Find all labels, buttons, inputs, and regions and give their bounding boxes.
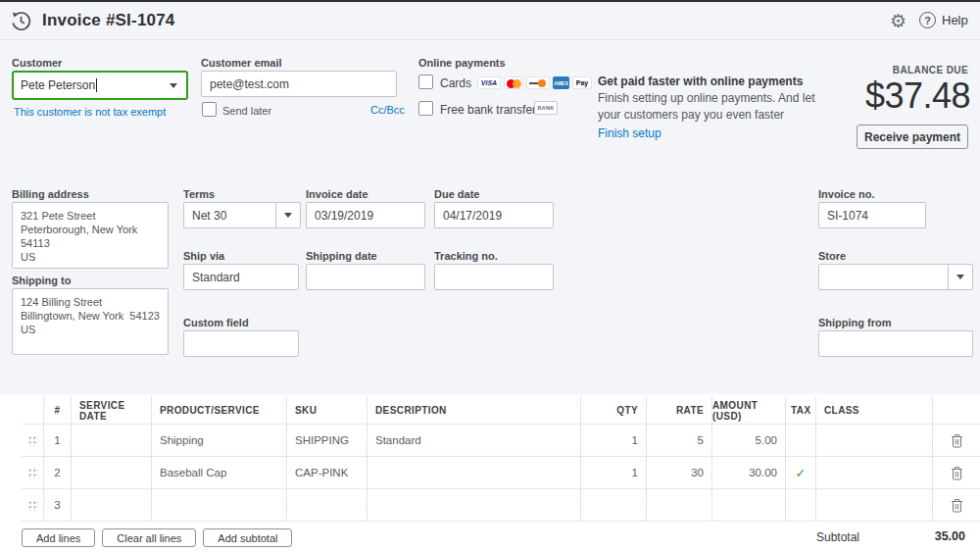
balance-due-label: BALANCE DUE — [893, 65, 968, 75]
tax-cell[interactable] — [786, 489, 816, 521]
rate-cell[interactable]: 30 — [647, 457, 712, 488]
amount-cell[interactable]: 5.00 — [712, 425, 786, 456]
drag-handle[interactable] — [22, 457, 44, 488]
col-tax: TAX — [786, 397, 816, 424]
subtotal-label: Subtotal — [816, 530, 859, 544]
qty-cell[interactable] — [581, 489, 647, 521]
shipping-date-label: Shipping date — [306, 250, 377, 262]
customer-email-label: Customer email — [201, 57, 282, 69]
online-payments-label: Online payments — [418, 57, 506, 69]
add-lines-button[interactable]: Add lines — [22, 528, 95, 547]
terms-value: Net 30 — [184, 209, 275, 223]
help-button[interactable]: ? Help — [919, 12, 968, 28]
amount-cell[interactable]: 30.00 — [712, 457, 786, 488]
clear-all-lines-button[interactable]: Clear all lines — [102, 528, 196, 547]
tax-exempt-link[interactable]: This customer is not tax exempt — [14, 106, 166, 118]
receive-payment-button[interactable]: Receive payment — [857, 125, 968, 149]
row-number: 3 — [44, 489, 72, 521]
balance-due-amount: $37.48 — [865, 75, 970, 117]
rate-cell[interactable] — [647, 489, 712, 521]
description-cell[interactable] — [368, 489, 581, 521]
invoice-page: Invoice #SI-1074 ⚙ ? Help Customer Pete … — [0, 0, 980, 552]
col-class: CLASS — [816, 397, 933, 424]
finish-setup-link[interactable]: Finish setup — [598, 126, 662, 140]
service-date-cell[interactable] — [72, 489, 152, 521]
product-cell[interactable]: Baseball Cap — [152, 457, 287, 488]
tax-cell[interactable] — [786, 425, 816, 456]
qty-cell[interactable]: 1 — [581, 425, 647, 456]
terms-select[interactable]: Net 30 — [183, 202, 301, 228]
chevron-down-icon[interactable] — [948, 265, 972, 289]
billing-address-label: Billing address — [12, 188, 89, 200]
col-description: DESCRIPTION — [368, 397, 581, 424]
customer-value: Pete Peterson — [21, 78, 95, 92]
description-cell[interactable] — [368, 457, 581, 488]
delete-row-button[interactable] — [933, 425, 980, 456]
product-cell[interactable] — [152, 489, 287, 521]
customer-select[interactable]: Pete Peterson — [12, 71, 188, 100]
class-cell[interactable] — [816, 457, 933, 488]
shipping-date-input[interactable] — [306, 264, 425, 290]
due-date-label: Due date — [434, 188, 479, 200]
ship-via-label: Ship via — [183, 250, 224, 262]
due-date-input[interactable] — [434, 202, 554, 228]
promo-line2: your customers pay you even faster — [598, 108, 784, 122]
drag-handle[interactable] — [22, 425, 44, 456]
promo-line1: Finish setting up online payments. And l… — [598, 91, 814, 105]
line-items-table: # SERVICE DATE PRODUCT/SERVICE SKU DESCR… — [22, 397, 980, 522]
class-cell[interactable] — [816, 489, 933, 521]
ship-via-input[interactable] — [183, 264, 299, 290]
drag-handle[interactable] — [22, 489, 44, 521]
qty-cell[interactable]: 1 — [581, 457, 647, 488]
history-icon[interactable] — [10, 10, 32, 36]
applepay-icon: Pay — [572, 76, 592, 89]
store-select[interactable] — [818, 264, 973, 290]
col-rate: RATE — [647, 397, 712, 424]
product-cell[interactable]: Shipping — [152, 425, 287, 456]
sku-cell[interactable]: CAP-PINK — [287, 457, 368, 488]
shipping-from-input[interactable] — [818, 330, 973, 357]
billing-address-field[interactable]: 321 Pete Street Peterborough, New York 5… — [12, 202, 169, 269]
table-header-row: # SERVICE DATE PRODUCT/SERVICE SKU DESCR… — [22, 397, 980, 425]
text-cursor — [96, 78, 97, 92]
trash-icon — [951, 498, 963, 513]
delete-row-button[interactable] — [933, 457, 980, 488]
sku-cell[interactable]: SHIPPING — [287, 425, 368, 456]
shipping-to-field[interactable]: 124 Billing Street Billingtown, New York… — [12, 288, 169, 355]
amount-cell[interactable] — [712, 489, 786, 521]
gear-icon[interactable]: ⚙ — [890, 10, 906, 32]
ccbcc-link[interactable]: Cc/Bcc — [370, 104, 405, 116]
header-bar: Invoice #SI-1074 ⚙ ? Help — [0, 2, 980, 40]
class-cell[interactable] — [816, 425, 933, 456]
amex-icon: AMEX — [553, 76, 569, 89]
cards-checkbox[interactable] — [418, 75, 433, 89]
visa-icon: VISA — [477, 76, 501, 89]
chevron-down-icon[interactable] — [275, 203, 300, 227]
customer-email-input[interactable] — [201, 71, 397, 97]
promo-title: Get paid faster with online payments — [598, 75, 803, 88]
send-later-checkbox[interactable] — [202, 102, 217, 117]
delete-row-button[interactable] — [933, 489, 980, 521]
invoice-no-input[interactable] — [818, 202, 926, 228]
add-subtotal-button[interactable]: Add subtotal — [203, 528, 292, 547]
bank-transfer-checkbox[interactable] — [418, 101, 433, 116]
discover-icon — [526, 76, 550, 89]
trash-icon — [951, 466, 963, 480]
chevron-down-icon[interactable] — [161, 83, 186, 88]
help-label: Help — [942, 13, 968, 27]
sku-cell[interactable] — [287, 489, 368, 521]
invoice-date-label: Invoice date — [306, 188, 368, 200]
tax-checkmark[interactable]: ✓ — [786, 457, 816, 488]
service-date-cell[interactable] — [72, 425, 152, 456]
rate-cell[interactable]: 5 — [647, 425, 712, 456]
trash-icon — [951, 433, 963, 448]
description-cell[interactable]: Standard — [368, 425, 581, 456]
tracking-no-input[interactable] — [434, 264, 554, 290]
col-product-service: PRODUCT/SERVICE — [152, 397, 287, 424]
shipping-from-label: Shipping from — [818, 317, 892, 328]
invoice-date-input[interactable] — [306, 202, 425, 228]
service-date-cell[interactable] — [72, 457, 152, 488]
row-number: 1 — [44, 425, 72, 456]
custom-field-input[interactable] — [183, 330, 299, 357]
store-label: Store — [818, 250, 846, 262]
